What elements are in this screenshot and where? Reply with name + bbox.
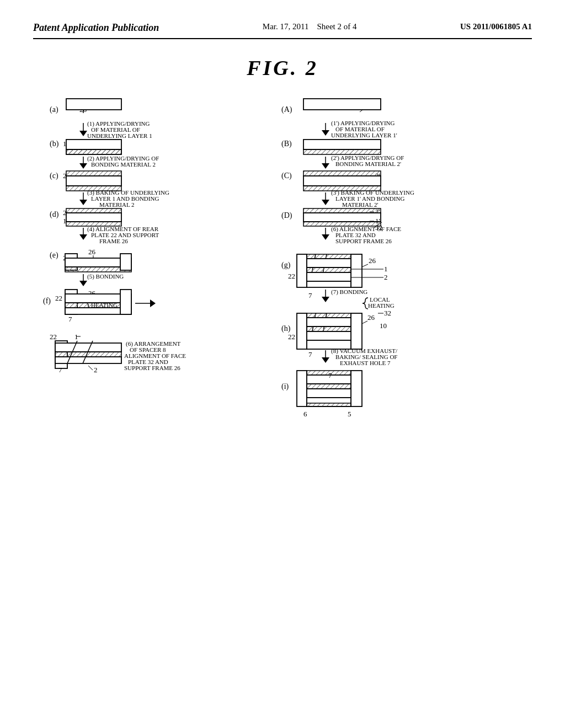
svg-rect-75 — [55, 352, 121, 357]
svg-marker-55 — [79, 281, 87, 286]
svg-text:BONDING MATERIAL 2': BONDING MATERIAL 2' — [335, 160, 401, 167]
svg-marker-127 — [322, 234, 329, 240]
svg-rect-180 — [351, 371, 362, 406]
svg-text:22: 22 — [288, 333, 295, 341]
svg-rect-26 — [66, 176, 121, 186]
page: Patent Application Publication Mar. 17, … — [0, 0, 565, 728]
svg-text:FRAME 26: FRAME 26 — [99, 238, 128, 244]
svg-text:32: 32 — [384, 309, 391, 317]
svg-text:(d): (d) — [50, 210, 59, 219]
svg-text:(i): (i) — [281, 382, 289, 391]
publication-label: Patent Application Publication — [33, 22, 159, 34]
date-sheet: Mar. 17, 2011 Sheet 2 of 4 — [263, 22, 357, 31]
figure-title: FIG. 2 — [33, 56, 532, 80]
svg-rect-119 — [303, 208, 381, 213]
svg-line-81 — [88, 366, 93, 370]
svg-marker-19 — [79, 163, 87, 169]
svg-rect-186 — [307, 403, 351, 406]
svg-marker-174 — [322, 357, 329, 363]
svg-rect-139 — [351, 254, 362, 287]
svg-text:(g): (g) — [281, 261, 291, 270]
main-diagram: (a) 26 (1) APPLYING/DRYING OF MATERIAL O… — [33, 91, 532, 714]
svg-rect-167 — [307, 313, 351, 318]
svg-rect-13 — [66, 140, 121, 149]
svg-marker-29 — [79, 200, 87, 205]
svg-text:SUPPORT FRAME 26: SUPPORT FRAME 26 — [335, 238, 392, 244]
svg-rect-37 — [66, 213, 121, 222]
svg-rect-99 — [303, 140, 381, 149]
svg-rect-170 — [307, 331, 351, 340]
svg-marker-102 — [322, 163, 329, 169]
svg-text:7: 7 — [68, 315, 72, 323]
svg-rect-17 — [66, 149, 121, 154]
svg-rect-53 — [120, 254, 131, 270]
svg-text:SUPPORT FRAME 26: SUPPORT FRAME 26 — [124, 365, 180, 371]
svg-rect-90 — [303, 99, 381, 110]
svg-text:(a): (a) — [50, 105, 58, 114]
svg-text:(C): (C) — [281, 172, 292, 180]
svg-rect-140 — [307, 254, 351, 259]
svg-text:6: 6 — [303, 410, 307, 418]
svg-text:(c): (c) — [50, 172, 58, 180]
svg-rect-164 — [351, 313, 362, 349]
svg-text:BONDING MATERIAL 2: BONDING MATERIAL 2 — [91, 161, 156, 168]
svg-text:2: 2 — [94, 366, 98, 374]
svg-rect-4 — [66, 99, 121, 110]
svg-rect-157 — [297, 313, 307, 349]
svg-marker-112 — [322, 200, 329, 205]
svg-text:(A): (A) — [281, 105, 292, 114]
svg-rect-179 — [297, 371, 307, 406]
svg-line-162 — [362, 321, 367, 324]
svg-text:MATERIAL 2': MATERIAL 2' — [342, 201, 378, 208]
svg-text:2: 2 — [384, 273, 388, 281]
svg-text:UNDERLYING LAYER 1': UNDERLYING LAYER 1' — [331, 132, 397, 138]
diagram-wrapper: (a) 26 (1) APPLYING/DRYING OF MATERIAL O… — [33, 91, 532, 714]
svg-text:(f): (f) — [43, 297, 51, 306]
svg-text:5: 5 — [348, 410, 351, 418]
svg-text:MATERIAL 2: MATERIAL 2 — [99, 201, 134, 208]
page-header: Patent Application Publication Mar. 17, … — [33, 22, 532, 39]
svg-text:UNDERLYING LAYER 1: UNDERLYING LAYER 1 — [87, 132, 152, 139]
svg-marker-92 — [322, 130, 329, 136]
svg-text:EXHAUST HOLE 7: EXHAUST HOLE 7 — [340, 360, 391, 366]
svg-rect-144 — [307, 267, 351, 272]
svg-text:10: 10 — [380, 322, 387, 330]
svg-text:(b): (b) — [50, 140, 59, 148]
svg-text:(7) BONDING: (7) BONDING — [331, 288, 367, 296]
svg-text:22: 22 — [50, 333, 57, 341]
svg-rect-183 — [307, 384, 351, 389]
svg-rect-141 — [307, 259, 351, 267]
svg-rect-108 — [303, 171, 381, 176]
svg-text:(D): (D) — [281, 211, 292, 220]
svg-text:7: 7 — [58, 366, 62, 374]
svg-text:26: 26 — [369, 256, 376, 265]
svg-marker-6 — [79, 131, 87, 136]
svg-rect-168 — [307, 318, 351, 326]
svg-marker-42 — [79, 234, 87, 240]
svg-text:HEATING: HEATING — [368, 302, 395, 309]
svg-text:7: 7 — [308, 291, 312, 299]
svg-marker-151 — [322, 297, 329, 302]
svg-rect-120 — [303, 213, 381, 222]
svg-rect-145 — [307, 272, 351, 281]
svg-rect-100 — [303, 149, 381, 154]
svg-text:1: 1 — [384, 265, 388, 273]
svg-text:7: 7 — [328, 371, 332, 379]
svg-text:(e): (e) — [50, 251, 58, 260]
svg-text:22: 22 — [55, 294, 62, 302]
svg-rect-109 — [303, 176, 381, 186]
svg-rect-66 — [120, 290, 131, 314]
svg-rect-76 — [55, 357, 121, 363]
svg-text:(B): (B) — [281, 140, 292, 148]
svg-rect-133 — [297, 254, 307, 287]
svg-line-138 — [362, 264, 368, 267]
svg-text:7: 7 — [308, 350, 312, 358]
svg-text:26: 26 — [88, 248, 96, 256]
svg-text:22: 22 — [288, 272, 295, 280]
svg-text:(h): (h) — [281, 324, 291, 333]
svg-rect-36 — [66, 208, 121, 213]
svg-text:(5) BONDING: (5) BONDING — [87, 273, 124, 280]
svg-rect-25 — [66, 171, 121, 176]
patent-number: US 2011/0061805 A1 — [460, 22, 532, 31]
svg-text:26: 26 — [367, 313, 375, 322]
